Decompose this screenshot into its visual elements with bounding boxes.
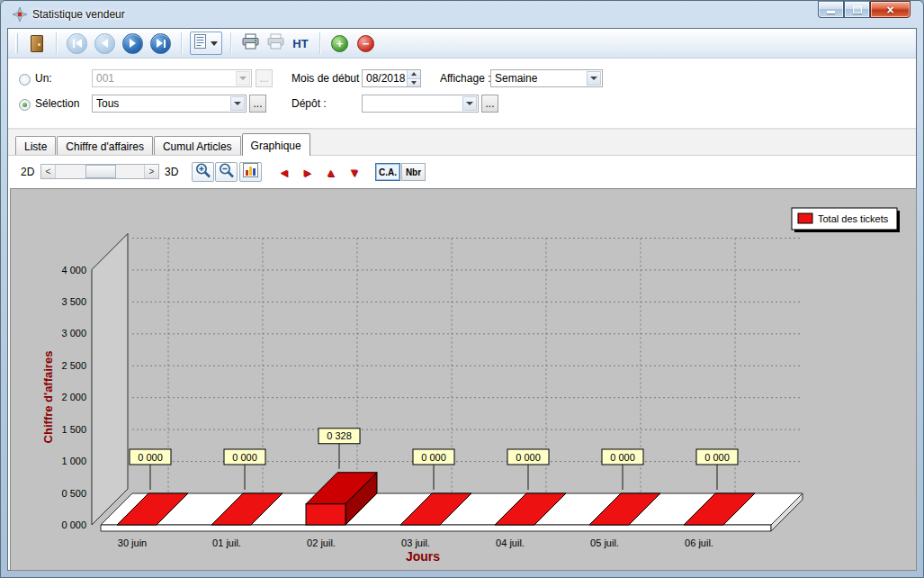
tab-chiffre-affaires[interactable]: Chiffre d'affaires bbox=[57, 136, 153, 155]
radio-selection[interactable] bbox=[19, 99, 31, 111]
ca-toggle-button[interactable]: C.A. bbox=[375, 163, 400, 181]
chart-value-label: 0 000 bbox=[704, 452, 730, 463]
display-combo-arrow[interactable] bbox=[587, 71, 601, 86]
chart-options-icon bbox=[243, 163, 258, 181]
chart-left-wall bbox=[92, 234, 128, 526]
ht-toggle-button[interactable]: HT bbox=[288, 31, 313, 56]
radio-un[interactable] bbox=[19, 74, 31, 86]
chart-ytick: 4 000 bbox=[61, 265, 86, 275]
scrollbar-right-arrow[interactable]: > bbox=[144, 165, 158, 178]
selection-combo[interactable]: Tous bbox=[92, 95, 247, 113]
add-button[interactable]: + bbox=[331, 35, 348, 52]
move-left-button[interactable]: ◄ bbox=[273, 162, 295, 182]
minimize-button[interactable] bbox=[818, 1, 844, 18]
close-button[interactable]: × bbox=[870, 1, 911, 18]
depot-label: Dépôt : bbox=[292, 97, 327, 110]
chart-bar bbox=[306, 504, 345, 525]
chart-xlabel: Jours bbox=[406, 549, 440, 564]
main-toolbar: HT + − bbox=[8, 29, 916, 59]
print-button[interactable] bbox=[238, 31, 263, 56]
exit-door-icon bbox=[31, 35, 43, 52]
red-arrow-left-icon: ◄ bbox=[278, 166, 290, 179]
window-client: HT + − Un: 001 ... Mois de début : 08/20… bbox=[7, 28, 917, 571]
chart-value-label: 0 328 bbox=[327, 430, 352, 441]
chart-value-label: 0 000 bbox=[610, 452, 635, 463]
selection-combo-arrow[interactable] bbox=[230, 96, 245, 111]
last-record-button[interactable] bbox=[150, 33, 171, 54]
red-arrow-right-icon: ► bbox=[301, 166, 313, 179]
mode-3d-label: 3D bbox=[165, 166, 178, 178]
un-browse-button[interactable]: ... bbox=[256, 69, 273, 87]
app-icon bbox=[13, 7, 27, 22]
maximize-button[interactable] bbox=[844, 1, 870, 18]
scrollbar-left-arrow[interactable]: < bbox=[41, 165, 56, 178]
tab-cumul-articles[interactable]: Cumul Articles bbox=[154, 136, 241, 155]
chart-ytick: 1 500 bbox=[61, 424, 86, 435]
chart-value-label: 0 000 bbox=[516, 452, 541, 463]
first-record-button[interactable] bbox=[67, 33, 87, 54]
red-arrow-down-icon: ▼ bbox=[348, 166, 360, 179]
chart-xtick: 05 juil. bbox=[590, 537, 619, 548]
delete-button[interactable]: − bbox=[357, 35, 374, 52]
nbr-toggle-button[interactable]: Nbr bbox=[401, 163, 426, 181]
print-preview-button[interactable] bbox=[263, 31, 288, 56]
display-label: Affichage : bbox=[440, 72, 490, 85]
display-combo[interactable]: Semaine bbox=[490, 69, 603, 87]
scrollbar-track[interactable] bbox=[56, 165, 144, 178]
tab-graphique[interactable]: Graphique bbox=[242, 133, 310, 156]
tab-strip: Liste Chiffre d'affaires Cumul Articles … bbox=[8, 129, 916, 155]
chart-canvas: 0 0000 0000 3280 0000 0000 0000 0000 000… bbox=[11, 189, 916, 570]
toolbar-separator bbox=[230, 32, 231, 54]
selection-label: Sélection bbox=[35, 97, 79, 110]
chart-ytick: 3 000 bbox=[61, 328, 86, 339]
move-up-button[interactable]: ▲ bbox=[319, 162, 342, 182]
toolbar-grip bbox=[15, 33, 18, 53]
chart-xtick: 03 juil. bbox=[401, 537, 430, 548]
minimize-icon bbox=[827, 11, 835, 14]
depth-scrollbar[interactable]: < > bbox=[40, 164, 159, 179]
previous-record-icon bbox=[102, 39, 108, 48]
month-spin-down[interactable] bbox=[408, 78, 420, 87]
chart-xtick: 02 juil. bbox=[307, 537, 336, 548]
chart-xtick: 04 juil. bbox=[496, 537, 525, 548]
plus-icon: + bbox=[336, 38, 344, 50]
un-value: 001 bbox=[96, 72, 114, 85]
month-value[interactable]: 08/2018 bbox=[363, 70, 407, 86]
chart-ytick: 0 000 bbox=[61, 519, 86, 530]
month-spin-up[interactable] bbox=[408, 70, 420, 78]
un-combo[interactable]: 001 bbox=[92, 69, 252, 87]
depot-combo[interactable] bbox=[362, 95, 479, 113]
month-label: Mois de début : bbox=[292, 72, 365, 85]
previous-record-button[interactable] bbox=[94, 33, 115, 54]
zoom-in-button[interactable] bbox=[192, 162, 214, 182]
titlebar[interactable]: Statistique vendeur × bbox=[1, 1, 923, 28]
report-dropdown-caret[interactable] bbox=[211, 41, 218, 46]
chart-xtick: 30 juin bbox=[118, 537, 147, 548]
legend-label: Total des tickets bbox=[818, 213, 889, 224]
scrollbar-thumb[interactable] bbox=[85, 165, 116, 178]
red-arrow-up-icon: ▲ bbox=[325, 166, 336, 179]
depot-combo-arrow[interactable] bbox=[462, 96, 477, 111]
selection-browse-button[interactable]: ... bbox=[249, 95, 266, 113]
chart-options-button[interactable] bbox=[239, 162, 262, 182]
un-label: Un: bbox=[35, 72, 52, 85]
month-spinbox[interactable]: 08/2018 bbox=[362, 69, 421, 87]
depot-browse-button[interactable]: ... bbox=[481, 95, 498, 113]
toolbar-separator bbox=[319, 32, 320, 54]
chart-value-label: 0 000 bbox=[138, 452, 163, 463]
printer-preview-icon bbox=[266, 33, 285, 53]
exit-button[interactable] bbox=[24, 31, 49, 56]
tab-liste[interactable]: Liste bbox=[15, 136, 56, 155]
move-down-button[interactable]: ▼ bbox=[343, 162, 365, 182]
zoom-out-button[interactable] bbox=[215, 162, 238, 182]
printer-icon bbox=[241, 33, 260, 53]
report-button[interactable] bbox=[190, 32, 222, 55]
report-icon bbox=[194, 34, 206, 52]
chart-ytick: 3 500 bbox=[61, 296, 86, 307]
next-record-button[interactable] bbox=[122, 33, 143, 54]
un-combo-arrow[interactable] bbox=[236, 71, 250, 86]
legend-swatch bbox=[798, 213, 812, 223]
move-right-button[interactable]: ► bbox=[296, 162, 318, 182]
next-record-icon bbox=[130, 39, 136, 48]
chart-xtick: 01 juil. bbox=[212, 537, 241, 548]
